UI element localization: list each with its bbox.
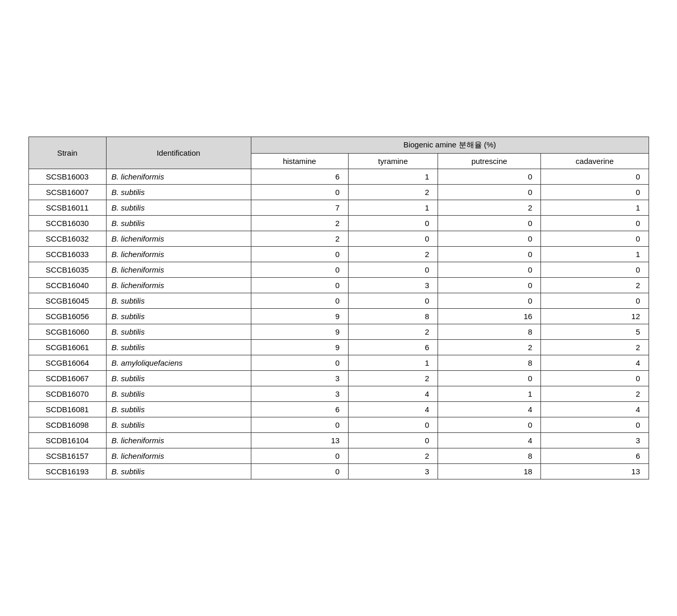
cadaverine-cell: 1 [541,247,649,262]
identification-cell: B. subtilis [106,216,251,231]
tyramine-cell: 1 [348,355,438,371]
putrescine-cell: 0 [438,231,540,247]
putrescine-cell: 16 [438,309,540,324]
strain-cell: SCSB16157 [28,448,106,464]
identification-cell: B. subtilis [106,417,251,433]
table-row: SCSB16003B. licheniformis6100 [28,169,649,185]
tyramine-cell: 6 [348,340,438,355]
putrescine-cell: 2 [438,200,540,216]
cadaverine-cell: 0 [541,231,649,247]
putrescine-cell: 2 [438,340,540,355]
cadaverine-cell: 2 [541,278,649,293]
putrescine-cell: 0 [438,169,540,185]
histamine-cell: 0 [251,355,348,371]
main-container: Strain Identification Biogenic amine 분해율… [28,137,649,479]
cadaverine-cell: 0 [541,262,649,278]
strain-column-header: Strain [28,137,106,169]
cadaverine-cell: 5 [541,324,649,340]
histamine-cell: 0 [251,278,348,293]
identification-cell: B. subtilis [106,402,251,417]
putrescine-cell: 0 [438,247,540,262]
histamine-cell: 3 [251,386,348,402]
biogenic-title: Biogenic amine 분해율 (%) [403,140,496,149]
histamine-cell: 0 [251,464,348,479]
tyramine-cell: 0 [348,216,438,231]
cadaverine-cell: 3 [541,433,649,448]
strain-cell: SCSB16007 [28,185,106,200]
cadaverine-header: cadaverine [541,154,649,169]
cadaverine-cell: 0 [541,216,649,231]
strain-cell: SCSB16011 [28,200,106,216]
strain-cell: SCCB16030 [28,216,106,231]
strain-cell: SCGB16064 [28,355,106,371]
cadaverine-cell: 0 [541,185,649,200]
histamine-cell: 13 [251,433,348,448]
histamine-cell: 7 [251,200,348,216]
table-row: SCDB16104B. licheniformis13043 [28,433,649,448]
tyramine-cell: 0 [348,231,438,247]
identification-cell: B. subtilis [106,200,251,216]
data-table: Strain Identification Biogenic amine 분해율… [28,137,649,479]
table-row: SCGB16064B. amyloliquefaciens0184 [28,355,649,371]
cadaverine-cell: 12 [541,309,649,324]
putrescine-cell: 8 [438,355,540,371]
histamine-cell: 0 [251,448,348,464]
tyramine-cell: 2 [348,371,438,386]
identification-cell: B. subtilis [106,371,251,386]
putrescine-cell: 0 [438,417,540,433]
histamine-cell: 9 [251,309,348,324]
strain-cell: SCDB16070 [28,386,106,402]
table-row: SCSB16011B. subtilis7121 [28,200,649,216]
table-row: SCCB16033B. licheniformis0201 [28,247,649,262]
cadaverine-cell: 4 [541,402,649,417]
tyramine-cell: 4 [348,402,438,417]
histamine-cell: 9 [251,340,348,355]
table-row: SCSB16007B. subtilis0200 [28,185,649,200]
tyramine-cell: 3 [348,464,438,479]
identification-column-header: Identification [106,137,251,169]
identification-cell: B. licheniformis [106,247,251,262]
histamine-header: histamine [251,154,348,169]
cadaverine-cell: 0 [541,169,649,185]
histamine-cell: 0 [251,417,348,433]
tyramine-cell: 0 [348,262,438,278]
putrescine-cell: 0 [438,278,540,293]
cadaverine-cell: 0 [541,417,649,433]
identification-cell: B. licheniformis [106,448,251,464]
histamine-cell: 6 [251,402,348,417]
tyramine-cell: 0 [348,293,438,309]
identification-cell: B. subtilis [106,464,251,479]
strain-cell: SCGB16061 [28,340,106,355]
biogenic-amine-header: Biogenic amine 분해율 (%) [251,137,649,154]
identification-cell: B. licheniformis [106,262,251,278]
strain-cell: SCCB16040 [28,278,106,293]
table-row: SCCB16040B. licheniformis0302 [28,278,649,293]
table-body: SCSB16003B. licheniformis6100SCSB16007B.… [28,169,649,479]
histamine-cell: 9 [251,324,348,340]
identification-cell: B. subtilis [106,309,251,324]
cadaverine-cell: 2 [541,340,649,355]
strain-cell: SCSB16003 [28,169,106,185]
putrescine-cell: 1 [438,386,540,402]
putrescine-cell: 8 [438,448,540,464]
histamine-cell: 2 [251,216,348,231]
tyramine-cell: 3 [348,278,438,293]
putrescine-cell: 8 [438,324,540,340]
identification-cell: B. licheniformis [106,231,251,247]
identification-cell: B. amyloliquefaciens [106,355,251,371]
table-row: SCDB16098B. subtilis0000 [28,417,649,433]
putrescine-cell: 0 [438,293,540,309]
strain-cell: SCDB16098 [28,417,106,433]
table-row: SCDB16070B. subtilis3412 [28,386,649,402]
identification-cell: B. subtilis [106,185,251,200]
tyramine-cell: 0 [348,417,438,433]
histamine-cell: 0 [251,293,348,309]
cadaverine-cell: 1 [541,200,649,216]
putrescine-cell: 4 [438,433,540,448]
identification-cell: B. subtilis [106,324,251,340]
tyramine-cell: 2 [348,324,438,340]
tyramine-cell: 2 [348,185,438,200]
tyramine-header: tyramine [348,154,438,169]
tyramine-cell: 0 [348,433,438,448]
histamine-cell: 0 [251,185,348,200]
